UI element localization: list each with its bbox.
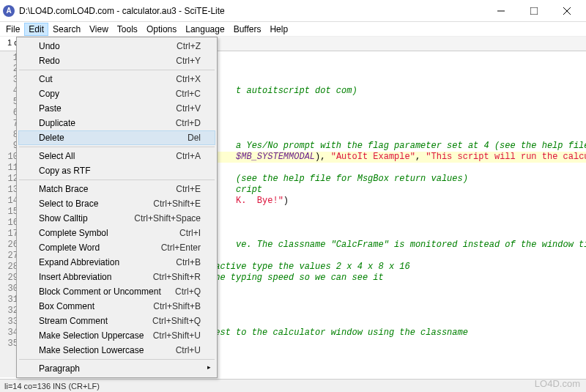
- menu-separator: [19, 359, 215, 360]
- menu-item-delete[interactable]: DeleteDel: [18, 130, 215, 145]
- menu-item-redo[interactable]: RedoCtrl+Y: [18, 53, 215, 68]
- menu-item-block-comment-or-uncomment[interactable]: Block Comment or UncommentCtrl+Q: [18, 284, 215, 299]
- minimize-button[interactable]: [484, 1, 517, 21]
- menu-item-expand-abbreviation[interactable]: Expand AbbreviationCtrl+B: [18, 255, 215, 270]
- menu-item-complete-symbol[interactable]: Complete SymbolCtrl+I: [18, 226, 215, 240]
- menu-separator: [19, 147, 215, 147]
- menu-options[interactable]: Options: [142, 23, 181, 36]
- menu-language[interactable]: Language: [181, 23, 229, 36]
- menu-item-select-to-brace[interactable]: Select to BraceCtrl+Shift+E: [18, 196, 215, 211]
- menu-item-copy[interactable]: CopyCtrl+C: [18, 86, 215, 101]
- maximize-button[interactable]: [517, 1, 550, 21]
- menu-item-paste[interactable]: PasteCtrl+V: [18, 101, 215, 116]
- app-icon: A: [3, 5, 15, 17]
- menu-item-copy-as-rtf[interactable]: Copy as RTF: [18, 163, 215, 178]
- menu-item-stream-comment[interactable]: Stream CommentCtrl+Shift+Q: [18, 314, 215, 328]
- menu-file[interactable]: File: [1, 23, 24, 36]
- menu-separator: [19, 70, 215, 70]
- close-button[interactable]: [550, 1, 583, 21]
- menu-item-insert-abbreviation[interactable]: Insert AbbreviationCtrl+Shift+R: [18, 270, 215, 284]
- menu-item-box-comment[interactable]: Box CommentCtrl+Shift+B: [18, 299, 215, 314]
- menu-item-make-selection-uppercase[interactable]: Make Selection UppercaseCtrl+Shift+U: [18, 328, 215, 343]
- menu-item-make-selection-lowercase[interactable]: Make Selection LowercaseCtrl+U: [18, 343, 215, 358]
- menu-item-select-all[interactable]: Select AllCtrl+A: [18, 149, 215, 163]
- menu-separator: [19, 180, 215, 180]
- edit-menu-dropdown: UndoCtrl+ZRedoCtrl+YCutCtrl+XCopyCtrl+CP…: [16, 37, 218, 378]
- menu-help[interactable]: Help: [265, 23, 292, 36]
- window-title: D:\LO4D.comLO4D.com - calculator.au3 - S…: [19, 6, 484, 16]
- statusbar: li=14 co=136 INS (CR+LF): [0, 379, 586, 392]
- svg-rect-1: [530, 7, 538, 15]
- menu-search[interactable]: Search: [48, 23, 85, 36]
- menu-item-paragraph[interactable]: Paragraph: [18, 361, 215, 376]
- menu-item-match-brace[interactable]: Match BraceCtrl+E: [18, 182, 215, 196]
- menu-buffers[interactable]: Buffers: [229, 23, 266, 36]
- menu-item-show-calltip[interactable]: Show CalltipCtrl+Shift+Space: [18, 211, 215, 226]
- menubar: File Edit Search View Tools Options Lang…: [0, 22, 586, 37]
- menu-item-complete-word[interactable]: Complete WordCtrl+Enter: [18, 240, 215, 255]
- menu-edit[interactable]: Edit: [24, 23, 48, 36]
- titlebar: A D:\LO4D.comLO4D.com - calculator.au3 -…: [0, 0, 586, 22]
- menu-item-undo[interactable]: UndoCtrl+Z: [18, 39, 215, 53]
- menu-item-cut[interactable]: CutCtrl+X: [18, 72, 215, 86]
- menu-item-duplicate[interactable]: DuplicateCtrl+D: [18, 116, 215, 130]
- watermark: LO4D.com: [535, 378, 580, 389]
- menu-view[interactable]: View: [85, 23, 113, 36]
- menu-tools[interactable]: Tools: [113, 23, 142, 36]
